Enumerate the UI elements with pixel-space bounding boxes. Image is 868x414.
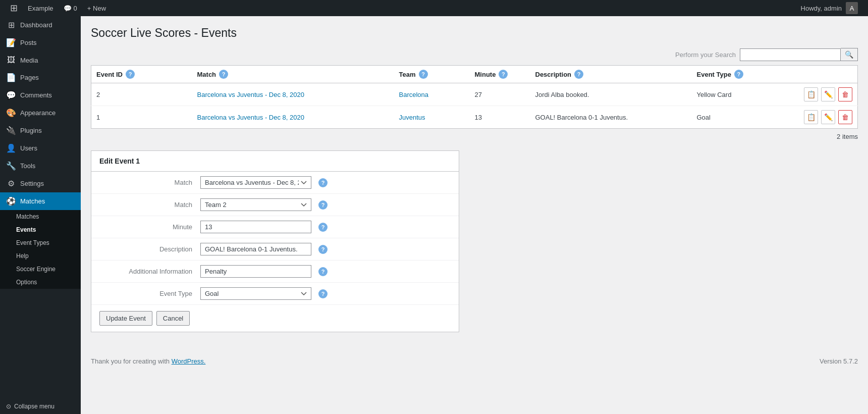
team-help-icon[interactable]: ? [419,70,428,79]
sidebar-item-label: Comments [20,91,52,99]
th-team: Team ? [394,66,470,83]
sidebar-item-label: Users [20,144,37,152]
update-event-button[interactable]: Update Event [99,311,152,326]
th-description: Description ? [530,66,692,83]
team-link[interactable]: Barcelona [399,91,429,98]
site-name-button[interactable]: Example [23,0,59,16]
event-type-select[interactable]: Goal Yellow Card Red Card [200,287,311,300]
match-select[interactable]: Barcelona vs Juventus - Dec 8, 20... [200,176,311,189]
event-id-help-icon[interactable]: ? [126,70,135,79]
submenu-item-events[interactable]: Events [0,223,81,236]
table-row: 1 Barcelona vs Juventus - Dec 8, 2020 Ju… [91,106,858,129]
search-input[interactable] [740,48,841,61]
new-content-button[interactable]: + New [82,0,111,16]
admin-avatar: A [846,2,858,14]
minute-help-icon[interactable]: ? [499,70,508,79]
matches-icon: ⚽ [6,196,16,206]
sidebar-item-comments[interactable]: 💬 Comments [0,86,81,104]
search-button[interactable]: 🔍 [841,48,858,61]
matches-submenu: Matches Events Event Types Help Soccer E… [0,210,81,289]
main-content: Soccer Live Scores - Events Perform your… [81,16,868,414]
edit-event-form: Edit Event 1 Match Barcelona vs Juventus… [91,150,459,332]
match-form-help-icon[interactable]: ? [318,178,328,187]
cell-match: Barcelona vs Juventus - Dec 8, 2020 [192,83,394,106]
sidebar-item-label: Appearance [20,109,56,117]
event-type-value: Yellow Card [697,91,732,98]
edit-button[interactable]: ✏️ [821,110,835,124]
delete-button[interactable]: 🗑 [838,87,852,101]
comments-icon: 💬 [6,90,16,100]
sidebar-item-label: Settings [20,180,44,187]
tools-icon: 🔧 [6,161,16,171]
submenu-item-help[interactable]: Help [0,249,81,263]
th-event-type: Event Type ? [692,66,858,83]
th-match: Match ? [192,66,394,83]
event-type-value: Goal [697,114,711,121]
sidebar-item-matches[interactable]: ⚽ Matches [0,192,81,210]
collapse-menu-button[interactable]: ⊙ Collapse menu [0,399,81,414]
team-link[interactable]: Juventus [399,114,425,121]
match-help-icon[interactable]: ? [219,70,228,79]
table-row: 2 Barcelona vs Juventus - Dec 8, 2020 Ba… [91,83,858,106]
additional-form-help-icon[interactable]: ? [318,267,328,276]
edit-button[interactable]: ✏️ [821,87,835,101]
form-row-event-type: Event Type Goal Yellow Card Red Card ? [91,283,459,305]
minute-form-help-icon[interactable]: ? [318,223,328,232]
topbar-right: Howdy, admin A [801,2,863,14]
match-link[interactable]: Barcelona vs Juventus - Dec 8, 2020 [197,114,304,121]
description-form-help-icon[interactable]: ? [318,245,328,254]
team-select-container: Team 2 [200,198,311,211]
sidebar-item-dashboard[interactable]: ⊞ Dashboard [0,16,81,34]
form-row-match: Match Barcelona vs Juventus - Dec 8, 20.… [91,172,459,194]
sidebar-item-label: Media [20,57,38,64]
minute-input[interactable] [200,221,311,233]
team-form-help-icon[interactable]: ? [318,200,328,210]
cancel-button[interactable]: Cancel [156,311,190,326]
team-field-label: Match [99,201,200,209]
submenu-item-event-types[interactable]: Event Types [0,236,81,249]
form-row-description: Description ? [91,238,459,261]
submenu-item-soccer-engine[interactable]: Soccer Engine [0,263,81,276]
wordpress-link[interactable]: WordPress. [172,357,206,365]
cell-team: Barcelona [394,83,470,106]
cell-minute: 27 [470,83,530,106]
wp-logo-button[interactable]: ⊞ [5,0,23,16]
copy-button[interactable]: 📋 [804,87,818,101]
additional-input[interactable] [200,265,311,278]
cell-description: GOAL! Barcelona 0-1 Juventus. [530,106,692,129]
cell-event-type: Yellow Card 📋 ✏️ 🗑 [692,83,858,106]
form-row-additional: Additional Information ? [91,261,459,283]
team-select[interactable]: Team 2 [200,198,311,211]
submenu-item-matches[interactable]: Matches [0,210,81,223]
search-bar: Perform your Search 🔍 [91,48,858,61]
event-type-form-help-icon[interactable]: ? [318,289,328,298]
sidebar-item-appearance[interactable]: 🎨 Appearance [0,104,81,122]
form-row-team: Match Team 2 ? [91,194,459,216]
delete-button[interactable]: 🗑 [838,110,852,124]
th-minute: Minute ? [470,66,530,83]
sidebar-item-media[interactable]: 🖼 Media [0,51,81,69]
minute-input-container [200,221,311,233]
sidebar-item-settings[interactable]: ⚙ Settings [0,175,81,192]
description-help-icon[interactable]: ? [574,70,583,79]
sidebar: ⊞ Dashboard 📝 Posts 🖼 Media 📄 Pages 💬 Co… [0,16,81,414]
sidebar-item-label: Dashboard [20,21,52,29]
cell-event-type: Goal 📋 ✏️ 🗑 [692,106,858,129]
sidebar-item-label: Tools [20,162,35,170]
sidebar-item-users[interactable]: 👤 Users [0,139,81,157]
sidebar-item-pages[interactable]: 📄 Pages [0,69,81,86]
settings-icon: ⚙ [6,179,16,188]
event-type-help-icon[interactable]: ? [734,70,743,79]
match-link[interactable]: Barcelona vs Juventus - Dec 8, 2020 [197,91,304,98]
sidebar-item-plugins[interactable]: 🔌 Plugins [0,122,81,139]
copy-button[interactable]: 📋 [804,110,818,124]
event-type-select-container: Goal Yellow Card Red Card [200,287,311,300]
sidebar-item-tools[interactable]: 🔧 Tools [0,157,81,175]
sidebar-item-posts[interactable]: 📝 Posts [0,34,81,51]
form-actions: Update Event Cancel [91,305,459,332]
description-input[interactable] [200,243,311,255]
comments-button[interactable]: 💬 0 [59,0,82,16]
submenu-item-options[interactable]: Options [0,276,81,289]
media-icon: 🖼 [6,56,16,65]
sidebar-item-label: Posts [20,39,37,46]
